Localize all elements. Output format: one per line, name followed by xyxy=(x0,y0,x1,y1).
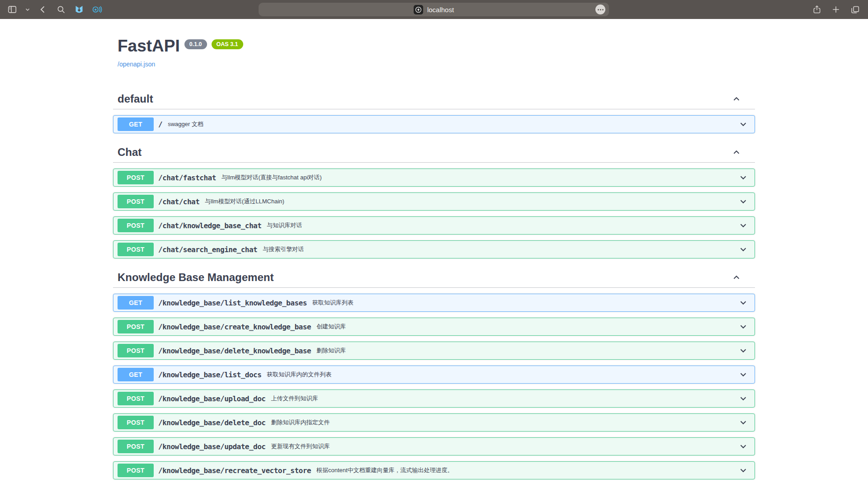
api-section: Knowledge Base ManagementGET/knowledge_b… xyxy=(113,267,755,479)
section-header-default[interactable]: default xyxy=(113,89,755,109)
api-section: defaultGET/swagger 文档 xyxy=(113,89,755,133)
section-title: Knowledge Base Management xyxy=(118,271,274,284)
operation-description: 获取知识库内的文件列表 xyxy=(267,371,738,379)
operation-description: 与搜索引擎对话 xyxy=(263,245,738,253)
operation-row-get-[interactable]: GET/swagger 文档 xyxy=(113,115,755,133)
expand-operation-icon[interactable] xyxy=(738,394,748,404)
expand-operation-icon[interactable] xyxy=(738,346,748,356)
operation-row-post-knowledge_base-update_doc[interactable]: POST/knowledge_base/update_doc更新现有文件到知识库 xyxy=(113,437,755,455)
expand-operation-icon[interactable] xyxy=(738,244,748,254)
operation-row-post-chat-fastchat[interactable]: POST/chat/fastchat与llm模型对话(直接与fastchat a… xyxy=(113,169,755,187)
operation-path: /knowledge_base/update_doc xyxy=(158,442,265,451)
chevron-down-icon[interactable] xyxy=(24,4,31,15)
expand-operation-icon[interactable] xyxy=(738,221,748,230)
method-badge: GET xyxy=(118,368,154,381)
method-badge: GET xyxy=(118,296,154,310)
back-icon[interactable] xyxy=(37,4,49,15)
operation-path: /knowledge_base/list_docs xyxy=(158,371,261,379)
fastapi-favicon xyxy=(414,5,423,14)
method-badge: POST xyxy=(118,416,154,429)
operation-path: /knowledge_base/upload_doc xyxy=(158,394,265,403)
operation-description: 与llm模型对话(直接与fastchat api对话) xyxy=(222,174,738,182)
operation-row-post-knowledge_base-delete_knowledge_base[interactable]: POST/knowledge_base/delete_knowledge_bas… xyxy=(113,342,755,360)
radar-extension-icon[interactable] xyxy=(91,4,103,15)
expand-operation-icon[interactable] xyxy=(738,298,748,308)
operation-row-get-knowledge_base-list_docs[interactable]: GET/knowledge_base/list_docs获取知识库内的文件列表 xyxy=(113,366,755,384)
operation-row-post-chat-chat[interactable]: POST/chat/chat与llm模型对话(通过LLMChain) xyxy=(113,192,755,211)
operation-description: 与知识库对话 xyxy=(267,221,738,230)
operation-row-post-knowledge_base-upload_doc[interactable]: POST/knowledge_base/upload_doc上传文件到知识库 xyxy=(113,389,755,408)
operation-path: /chat/chat xyxy=(158,197,199,206)
expand-operation-icon[interactable] xyxy=(738,119,748,129)
operation-path: /chat/search_engine_chat xyxy=(158,245,257,254)
new-tab-icon[interactable] xyxy=(830,4,842,15)
swagger-page: FastAPI 0.1.0 OAS 3.1 /openapi.json defa… xyxy=(0,19,868,488)
operation-path: /chat/knowledge_base_chat xyxy=(158,221,261,230)
section-header-chat[interactable]: Chat xyxy=(113,142,755,163)
section-header-knowledge-base-management[interactable]: Knowledge Base Management xyxy=(113,267,755,288)
api-sections: defaultGET/swagger 文档ChatPOST/chat/fastc… xyxy=(113,89,755,479)
method-badge: POST xyxy=(118,171,154,184)
version-badge: 0.1.0 xyxy=(184,39,207,49)
operation-path: / xyxy=(158,120,162,129)
search-icon[interactable] xyxy=(55,4,67,15)
operation-description: 创建知识库 xyxy=(316,323,738,331)
openapi-link[interactable]: /openapi.json xyxy=(118,61,155,68)
page-more-icon[interactable] xyxy=(595,5,605,14)
method-badge: POST xyxy=(118,440,154,453)
oas-badge: OAS 3.1 xyxy=(212,39,243,49)
operation-row-get-knowledge_base-list_knowledge_bases[interactable]: GET/knowledge_base/list_knowledge_bases获… xyxy=(113,294,755,312)
operation-description: 与llm模型对话(通过LLMChain) xyxy=(205,197,738,206)
collapse-section-icon[interactable] xyxy=(731,272,741,282)
method-badge: POST xyxy=(118,320,154,333)
page-title: FastAPI xyxy=(118,36,180,56)
section-title: Chat xyxy=(118,146,142,159)
operation-row-post-knowledge_base-recreate_vector_store[interactable]: POST/knowledge_base/recreate_vector_stor… xyxy=(113,461,755,479)
operation-description: 获取知识库列表 xyxy=(312,299,738,307)
operation-description: 根据content中文档重建向量库，流式输出处理进度。 xyxy=(316,466,738,474)
operation-path: /knowledge_base/list_knowledge_bases xyxy=(158,299,307,307)
expand-operation-icon[interactable] xyxy=(738,173,748,183)
operation-row-post-chat-search_engine_chat[interactable]: POST/chat/search_engine_chat与搜索引擎对话 xyxy=(113,240,755,258)
content-blocker-extension-icon[interactable] xyxy=(73,4,85,15)
operation-row-post-knowledge_base-create_knowledge_base[interactable]: POST/knowledge_base/create_knowledge_bas… xyxy=(113,318,755,336)
operation-description: swagger 文档 xyxy=(168,120,738,128)
expand-operation-icon[interactable] xyxy=(738,465,748,475)
method-badge: POST xyxy=(118,243,154,256)
api-section: ChatPOST/chat/fastchat与llm模型对话(直接与fastch… xyxy=(113,142,755,258)
expand-operation-icon[interactable] xyxy=(738,418,748,427)
url-text: localhost xyxy=(427,6,454,14)
api-info: FastAPI 0.1.0 OAS 3.1 /openapi.json xyxy=(113,19,755,68)
operation-description: 更新现有文件到知识库 xyxy=(271,442,738,450)
expand-operation-icon[interactable] xyxy=(738,370,748,380)
operation-row-post-chat-knowledge_base_chat[interactable]: POST/chat/knowledge_base_chat与知识库对话 xyxy=(113,216,755,235)
method-badge: POST xyxy=(118,219,154,232)
method-badge: POST xyxy=(118,464,154,477)
collapse-section-icon[interactable] xyxy=(731,94,741,104)
method-badge: POST xyxy=(118,195,154,208)
expand-operation-icon[interactable] xyxy=(738,197,748,206)
expand-operation-icon[interactable] xyxy=(738,322,748,332)
method-badge: GET xyxy=(118,117,154,131)
collapse-section-icon[interactable] xyxy=(731,147,741,157)
operation-path: /knowledge_base/delete_knowledge_base xyxy=(158,347,311,355)
expand-operation-icon[interactable] xyxy=(738,441,748,451)
operation-path: /chat/fastchat xyxy=(158,174,216,182)
url-bar[interactable]: localhost xyxy=(259,3,609,16)
share-icon[interactable] xyxy=(811,4,823,15)
browser-toolbar: localhost xyxy=(0,0,868,19)
operation-path: /knowledge_base/delete_doc xyxy=(158,418,265,427)
tab-overview-icon[interactable] xyxy=(849,4,861,15)
method-badge: POST xyxy=(118,344,154,357)
method-badge: POST xyxy=(118,392,154,405)
operation-description: 上传文件到知识库 xyxy=(271,394,738,403)
operation-path: /knowledge_base/create_knowledge_base xyxy=(158,323,311,331)
sidebar-icon[interactable] xyxy=(6,4,18,15)
operation-description: 删除知识库 xyxy=(316,347,738,355)
section-title: default xyxy=(118,93,153,105)
operation-path: /knowledge_base/recreate_vector_store xyxy=(158,466,311,475)
operation-description: 删除知识库内指定文件 xyxy=(271,418,738,427)
operation-row-post-knowledge_base-delete_doc[interactable]: POST/knowledge_base/delete_doc删除知识库内指定文件 xyxy=(113,413,755,432)
